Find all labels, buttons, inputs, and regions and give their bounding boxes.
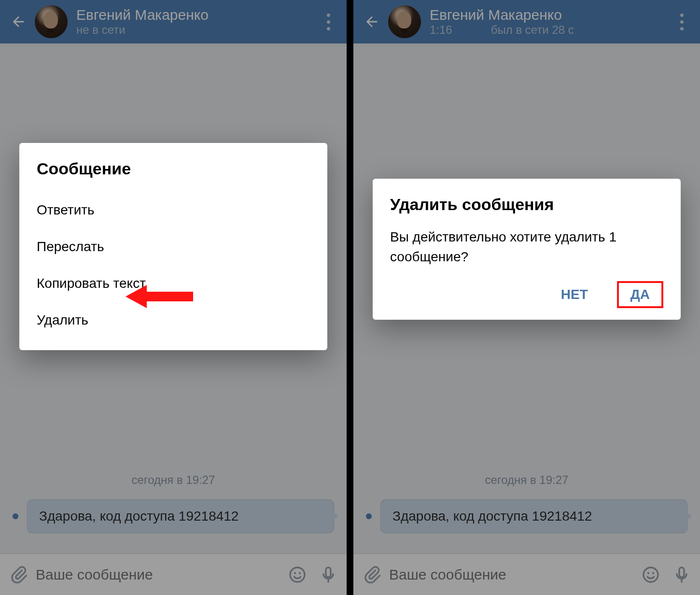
screens-divider [347,0,353,595]
confirm-delete-dialog: Удалить сообщения Вы действительно хотит… [373,179,681,320]
message-actions-dialog: Сообщение Ответить Переслать Копировать … [19,143,327,350]
menu-item-delete[interactable]: Удалить [37,302,310,339]
confirm-button[interactable]: ДА [624,284,657,305]
dialog-body: Вы действительно хотите удалить 1 сообще… [390,227,663,267]
dialog-title: Сообщение [37,159,310,178]
red-highlight-annotation: ДА [617,281,663,308]
screen-right: Евгений Макаренко 1:16 был в сети 28 с с… [353,0,700,595]
cancel-button[interactable]: НЕТ [554,284,595,305]
dialog-actions: НЕТ ДА [390,281,663,308]
dialog-title: Удалить сообщения [390,195,663,214]
menu-item-forward[interactable]: Переслать [37,228,310,265]
screen-left: Евгений Макаренко не в сети сегодня в 19… [0,0,347,595]
menu-item-copy[interactable]: Копировать текст [37,265,310,302]
menu-item-reply[interactable]: Ответить [37,192,310,228]
